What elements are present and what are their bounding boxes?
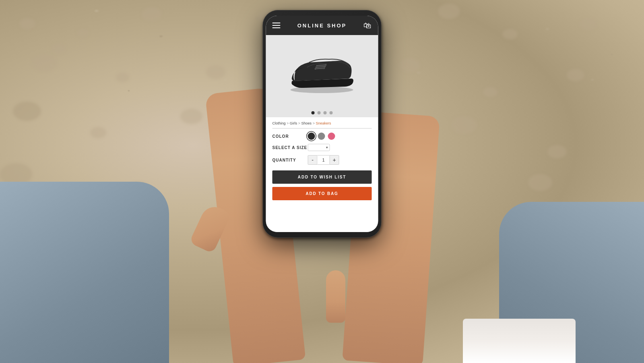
pants-left	[0, 182, 169, 363]
dot-2[interactable]	[318, 111, 321, 114]
dot-3[interactable]	[324, 111, 327, 114]
svg-point-7	[324, 66, 326, 67]
shirt-sleeve	[463, 319, 576, 363]
phone-screen: ONLINE SHOP 🛍	[266, 16, 378, 232]
size-select[interactable]: 4 5 6 7 8 9 10	[308, 144, 330, 151]
hamburger-menu-button[interactable]	[272, 23, 281, 28]
breadcrumb-sep-2: >	[298, 121, 301, 125]
phone-body: ONLINE SHOP 🛍	[263, 10, 382, 238]
color-swatch-gray[interactable]	[318, 133, 325, 140]
image-dots-indicator	[266, 108, 378, 117]
quantity-value: 1	[318, 155, 330, 165]
size-dropdown-wrapper: 4 5 6 7 8 9 10 ▾	[308, 144, 330, 151]
svg-point-4	[316, 65, 318, 66]
quantity-label: QUANTITY	[272, 158, 308, 162]
color-swatches	[308, 133, 335, 140]
color-swatch-pink[interactable]	[328, 133, 335, 140]
dot-1[interactable]	[312, 111, 315, 114]
quantity-plus-button[interactable]: +	[330, 155, 339, 165]
color-option-row: COLOR	[272, 133, 372, 140]
breadcrumb-clothing[interactable]: Clothing	[272, 121, 286, 125]
svg-point-8	[315, 68, 316, 70]
svg-point-5	[325, 64, 327, 66]
size-label: SELECT A SIZE	[272, 145, 308, 150]
color-label: COLOR	[272, 134, 308, 139]
quantity-minus-button[interactable]: -	[308, 155, 318, 165]
phone: ONLINE SHOP 🛍	[263, 10, 382, 238]
quantity-controls: - 1 +	[308, 155, 339, 165]
breadcrumb-sneakers: Sneakers	[316, 121, 331, 125]
add-to-wishlist-button[interactable]: ADD TO WISH LIST	[272, 170, 372, 184]
action-buttons: ADD TO WISH LIST ADD TO BAG	[272, 170, 372, 200]
hamburger-line-1	[272, 23, 281, 23]
breadcrumb: Clothing > Girls > Shoes > Sneakers	[272, 121, 372, 129]
add-to-bag-button[interactable]: ADD TO BAG	[272, 187, 372, 200]
product-image-area	[266, 35, 378, 108]
svg-point-9	[324, 67, 325, 69]
breadcrumb-sep-3: >	[313, 121, 316, 125]
scene: ONLINE SHOP 🛍	[0, 0, 644, 363]
hamburger-line-3	[272, 27, 281, 28]
size-option-row: SELECT A SIZE 4 5 6 7 8 9 10	[272, 144, 372, 151]
app-header: ONLINE SHOP 🛍	[266, 16, 378, 35]
color-swatch-black[interactable]	[308, 133, 315, 140]
breadcrumb-girls[interactable]: Girls	[290, 121, 297, 125]
product-detail: Clothing > Girls > Shoes > Sneakers COLO…	[266, 117, 378, 232]
quantity-option-row: QUANTITY - 1 +	[272, 155, 372, 165]
svg-point-6	[316, 66, 317, 68]
shoe-image	[285, 50, 359, 94]
hamburger-line-2	[272, 25, 281, 26]
app-title: ONLINE SHOP	[297, 23, 347, 29]
breadcrumb-shoes[interactable]: Shoes	[301, 121, 312, 125]
pointing-finger	[326, 270, 345, 323]
dot-4[interactable]	[330, 111, 333, 114]
cart-icon[interactable]: 🛍	[363, 21, 372, 30]
